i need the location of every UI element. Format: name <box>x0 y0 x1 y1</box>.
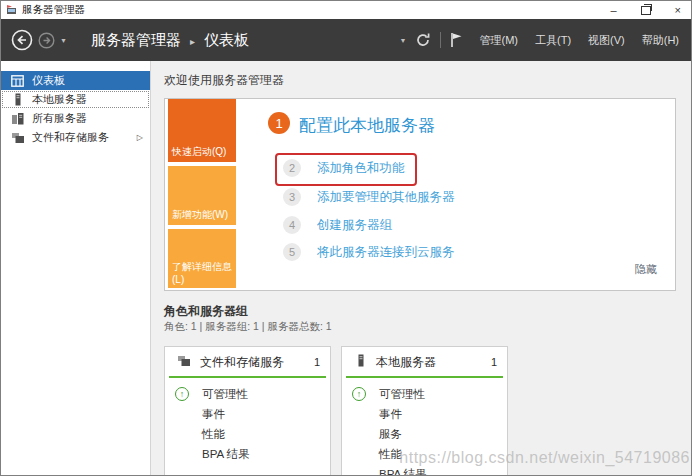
app-icon <box>6 5 17 16</box>
menu-view[interactable]: 视图(V) <box>588 33 625 48</box>
dashboard-main: 欢迎使用服务器管理器 快速启动(Q) 新增功能(W) 了解详细信息(L) 1 配… <box>151 61 691 475</box>
up-arrow-icon: ↑ <box>175 387 189 401</box>
file-storage-icon <box>10 131 25 145</box>
step-5-badge: 5 <box>283 243 301 261</box>
up-arrow-icon: ↑ <box>352 387 366 401</box>
notifications-flag-icon[interactable] <box>450 32 463 48</box>
tab-label: 新增功能(W) <box>172 208 228 222</box>
roles-groups-summary: 角色: 1 | 服务器组: 1 | 服务器总数: 1 <box>164 320 332 334</box>
nav-bar: ▼ 服务器管理器 ▸ 仪表板 ▼ 管理(M) 工具(T) 视图(V) 帮助(H) <box>1 19 691 61</box>
link-add-other-servers[interactable]: 3 添加要管理的其他服务器 <box>283 188 455 206</box>
tab-quick-start[interactable]: 快速启动(Q) <box>168 99 236 162</box>
tab-whats-new[interactable]: 新增功能(W) <box>168 166 236 225</box>
sidebar-item-local-server[interactable]: 本地服务器 <box>1 90 150 109</box>
scope-caret-icon[interactable]: ▼ <box>400 37 407 44</box>
tile-title: 本地服务器 <box>376 354 436 371</box>
breadcrumb-root[interactable]: 服务器管理器 <box>91 31 181 50</box>
hide-link[interactable]: 隐藏 <box>635 262 657 277</box>
refresh-icon[interactable] <box>415 32 431 48</box>
history-caret-icon[interactable]: ▼ <box>60 37 67 44</box>
back-icon[interactable] <box>11 29 33 51</box>
forward-icon[interactable] <box>38 32 55 49</box>
watermark-text: https://blog.csdn.net/weixin_54719086 <box>399 449 690 467</box>
breadcrumb-separator-icon: ▸ <box>190 34 195 47</box>
tile-row-events[interactable]: 事件 <box>342 404 507 424</box>
menu-tools[interactable]: 工具(T) <box>535 33 571 48</box>
toolbar-divider <box>440 32 441 48</box>
file-storage-icon <box>177 354 191 370</box>
sidebar-item-file-storage[interactable]: 文件和存储服务 ▷ <box>1 128 150 147</box>
sidebar-item-all-servers[interactable]: 所有服务器 <box>1 109 150 128</box>
link-add-roles-features[interactable]: 2 添加角色和功能 <box>283 159 405 177</box>
breadcrumb: 服务器管理器 ▸ 仪表板 <box>91 31 249 50</box>
expand-arrow-icon[interactable]: ▷ <box>137 133 143 142</box>
tile-header[interactable]: 文件和存储服务 1 <box>165 347 330 375</box>
dashboard-grid-icon <box>10 74 25 88</box>
tab-learn-more[interactable]: 了解详细信息(L) <box>168 229 236 288</box>
step-4-badge: 4 <box>283 216 301 234</box>
welcome-heading: 欢迎使用服务器管理器 <box>164 72 284 89</box>
step-3-badge: 3 <box>283 188 301 206</box>
tile-row-bpa-results[interactable]: BPA 结果 <box>165 444 330 464</box>
tab-label: 快速启动(Q) <box>172 145 226 159</box>
sidebar-item-label: 文件和存储服务 <box>32 130 109 145</box>
tile-title: 文件和存储服务 <box>200 354 284 371</box>
tile-row-manageability[interactable]: ↑ 可管理性 <box>165 384 330 404</box>
sidebar: 仪表板 本地服务器 所有服务器 文件和存储服务 ▷ <box>1 61 151 475</box>
restore-icon[interactable] <box>641 6 651 15</box>
link-create-server-group[interactable]: 4 创建服务器组 <box>283 216 392 234</box>
local-server-icon <box>10 93 25 107</box>
step-2-badge: 2 <box>283 159 301 177</box>
welcome-panel: 快速启动(Q) 新增功能(W) 了解详细信息(L) 1 配置此本地服务器 2 添… <box>164 98 676 291</box>
tile-header[interactable]: 本地服务器 1 <box>342 347 507 375</box>
tile-file-storage-services: 文件和存储服务 1 ↑ 可管理性 事件 性能 BPA 结果 <box>164 346 331 476</box>
step-1-badge: 1 <box>268 112 290 134</box>
menu-help[interactable]: 帮助(H) <box>642 33 679 48</box>
local-server-icon <box>354 354 367 370</box>
minimize-icon[interactable]: – <box>610 5 616 16</box>
menu-manage[interactable]: 管理(M) <box>480 33 519 48</box>
server-manager-window: 服务器管理器 – × ▼ 服务器管理器 ▸ 仪表板 ▼ <box>0 0 692 476</box>
tile-count: 1 <box>491 356 497 368</box>
link-connect-cloud-services[interactable]: 5 将此服务器连接到云服务 <box>283 243 455 261</box>
tab-label: 了解详细信息(L) <box>172 260 236 285</box>
breadcrumb-current[interactable]: 仪表板 <box>204 31 249 50</box>
roles-groups-title: 角色和服务器组 <box>164 303 248 320</box>
title-bar: 服务器管理器 – × <box>1 1 691 19</box>
tile-row-events[interactable]: 事件 <box>165 404 330 424</box>
sidebar-item-label: 仪表板 <box>32 73 65 88</box>
sidebar-item-label: 本地服务器 <box>32 92 87 107</box>
close-icon[interactable]: × <box>675 5 681 16</box>
tile-row-services[interactable]: 服务 <box>342 424 507 444</box>
sidebar-item-dashboard[interactable]: 仪表板 <box>1 71 150 90</box>
link-configure-local-server[interactable]: 配置此本地服务器 <box>299 114 435 137</box>
all-servers-icon <box>10 112 25 126</box>
window-title: 服务器管理器 <box>22 3 85 17</box>
tile-row-manageability[interactable]: ↑ 可管理性 <box>342 384 507 404</box>
tile-row-performance[interactable]: 性能 <box>165 424 330 444</box>
tile-count: 1 <box>314 356 320 368</box>
sidebar-item-label: 所有服务器 <box>32 111 87 126</box>
